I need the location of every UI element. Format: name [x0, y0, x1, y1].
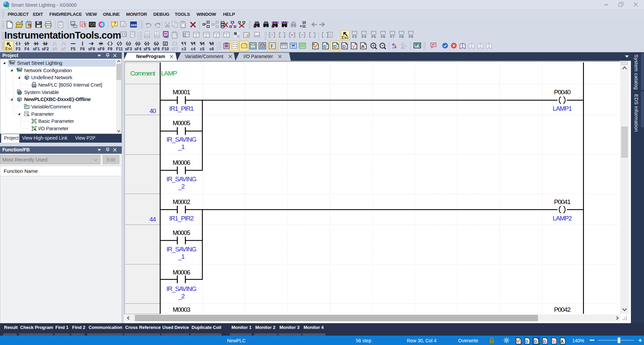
svg-text:Variable/Comment: Variable/Comment: [31, 104, 71, 109]
svg-text:c3: c3: [181, 47, 186, 51]
svg-text:F8: F8: [399, 35, 404, 39]
svg-text:sF7: sF7: [171, 47, 178, 51]
svg-text:D: D: [543, 339, 546, 344]
svg-text:M0005: M0005: [173, 119, 190, 127]
svg-text:Esc: Esc: [341, 35, 349, 40]
svg-text:c: c: [546, 341, 548, 344]
svg-text:sF2: sF2: [42, 47, 49, 51]
svg-text:Undefined Network: Undefined Network: [31, 75, 72, 80]
svg-text:F9: F9: [409, 35, 413, 39]
svg-text:P: P: [201, 43, 203, 46]
svg-text:c: c: [356, 46, 358, 49]
svg-text:F3: F3: [353, 35, 357, 39]
svg-text:aF: aF: [61, 47, 66, 51]
svg-text:P0041: P0041: [554, 198, 571, 205]
svg-text:D: D: [534, 339, 537, 344]
svg-text:Smart Street Lighting: Smart Street Lighting: [17, 60, 62, 66]
svg-text:sso: sso: [131, 23, 137, 27]
svg-text:sF9: sF9: [98, 47, 105, 51]
svg-text:M0006: M0006: [173, 159, 190, 166]
svg-text:LAMP1: LAMP1: [553, 105, 572, 112]
svg-text:F: F: [271, 44, 274, 49]
svg-text:c: c: [555, 341, 557, 344]
svg-text:N: N: [155, 42, 158, 46]
svg-text:c: c: [346, 46, 348, 49]
svg-text:Parameter: Parameter: [31, 111, 54, 117]
svg-text:v: v: [337, 46, 339, 49]
svg-text:11: 11: [302, 24, 306, 28]
svg-text:P: P: [35, 42, 37, 46]
svg-text:10: 10: [302, 21, 306, 24]
svg-text:D: D: [271, 24, 274, 29]
svg-text:M0002: M0002: [173, 198, 190, 205]
svg-text:sF6: sF6: [153, 47, 160, 51]
svg-text:sF4: sF4: [135, 47, 142, 51]
svg-text:sF8: sF8: [88, 47, 95, 51]
svg-text:F5: F5: [372, 35, 376, 39]
svg-text:F9: F9: [108, 47, 112, 51]
svg-text:Esc: Esc: [5, 46, 13, 51]
svg-text:sF5: sF5: [144, 47, 151, 51]
svg-text:aR: aR: [52, 47, 57, 51]
svg-text:sF3: sF3: [125, 47, 132, 51]
svg-text:F6: F6: [381, 35, 385, 39]
svg-text:P: P: [146, 42, 148, 46]
svg-text:N: N: [211, 43, 213, 46]
svg-text:IR_SAVING: IR_SAVING: [166, 176, 196, 183]
svg-text:_1: _1: [178, 143, 184, 151]
svg-text:N: N: [44, 42, 47, 46]
svg-text:_1: _1: [178, 253, 184, 260]
svg-text:D: D: [323, 44, 326, 49]
svg-text:44: 44: [149, 216, 156, 223]
svg-text:M0003: M0003: [173, 306, 190, 313]
svg-text:IR1_PIR1: IR1_PIR1: [169, 105, 194, 112]
svg-text:c5: c5: [200, 47, 205, 51]
svg-text:R: R: [137, 42, 139, 46]
svg-text:c4: c4: [191, 47, 196, 51]
svg-text:a→o: a→o: [281, 20, 288, 24]
svg-text:M0001: M0001: [173, 89, 190, 96]
svg-text:IR1_PIR2: IR1_PIR2: [169, 215, 194, 222]
svg-text:40: 40: [149, 107, 156, 114]
svg-text:F7: F7: [390, 35, 395, 39]
svg-text:V: V: [552, 339, 555, 344]
svg-text:V: V: [352, 44, 355, 49]
svg-text:D: D: [342, 44, 345, 49]
svg-text:I/O Parameter: I/O Parameter: [38, 126, 69, 131]
svg-text:P0040: P0040: [554, 89, 571, 96]
svg-text:F4: F4: [362, 35, 367, 39]
svg-text:NewPLC [B0S0 Internal Cnet]: NewPLC [B0S0 Internal Cnet]: [38, 82, 102, 88]
svg-text:A: A: [361, 44, 365, 49]
svg-text:F5: F5: [71, 47, 75, 51]
svg-text:IR_SAVING: IR_SAVING: [166, 246, 196, 253]
svg-text:P0042: P0042: [554, 306, 571, 313]
svg-text:c6: c6: [209, 47, 214, 51]
svg-text:LAMP: LAMP: [161, 70, 177, 77]
svg-text:F10: F10: [162, 47, 169, 51]
svg-text:Network Configuration: Network Configuration: [24, 67, 72, 73]
svg-text:?: ?: [114, 21, 116, 26]
svg-text:_2: _2: [178, 293, 184, 300]
svg-text:F: F: [164, 42, 166, 46]
svg-text:a→o: a→o: [272, 20, 279, 24]
svg-text:v: v: [537, 341, 539, 344]
svg-text:S: S: [127, 42, 129, 46]
svg-text:D: D: [333, 44, 336, 49]
svg-text:F4: F4: [24, 47, 29, 51]
svg-text:F3: F3: [16, 47, 20, 51]
svg-text:IR_SAVING: IR_SAVING: [166, 136, 196, 143]
svg-text:System Variable: System Variable: [24, 89, 59, 95]
svg-text:Comment: Comment: [130, 70, 155, 77]
svg-text:M0006: M0006: [173, 269, 190, 276]
svg-text:sF1: sF1: [33, 47, 40, 51]
svg-text:F6: F6: [80, 47, 85, 51]
svg-text:F11: F11: [116, 47, 123, 51]
svg-text:IR_SAVING: IR_SAVING: [166, 285, 196, 293]
svg-text:M0005: M0005: [173, 229, 190, 236]
svg-text:_2: _2: [178, 183, 184, 190]
svg-text:A: A: [561, 339, 564, 344]
svg-text:D: D: [525, 339, 528, 344]
svg-text:Basic Parameter: Basic Parameter: [38, 118, 74, 124]
svg-text:D: D: [253, 24, 256, 29]
svg-text:LAMP2: LAMP2: [553, 215, 572, 222]
